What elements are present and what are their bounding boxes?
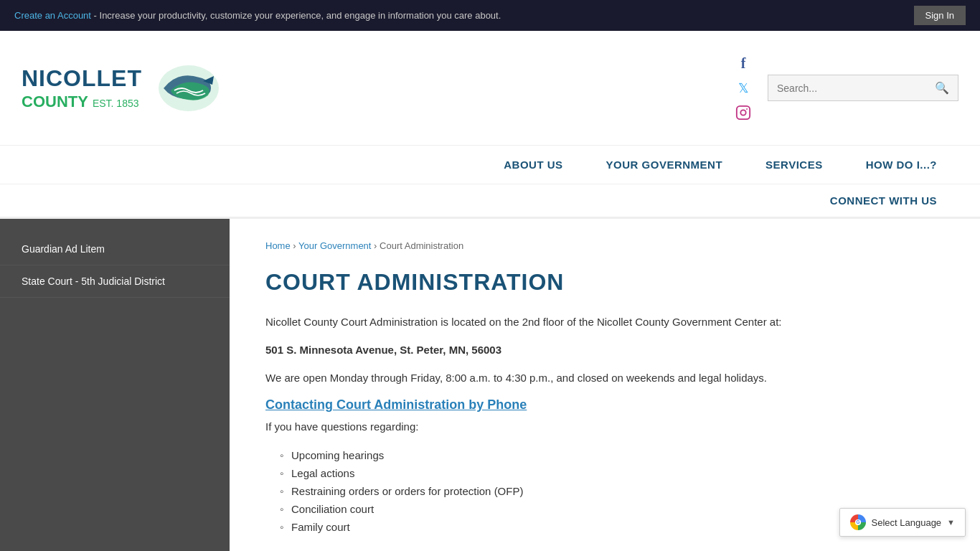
- list-item: Legal actions: [280, 464, 944, 482]
- nav-item-services[interactable]: SERVICES: [744, 146, 844, 184]
- translate-label: Select Language: [872, 517, 942, 528]
- nav-item-connect-with-us[interactable]: CONNECT WITH US: [809, 184, 958, 217]
- banner-text: - Increase your productivity, customize …: [91, 10, 501, 21]
- list-item: Restraining orders or orders for protect…: [280, 482, 944, 500]
- svg-point-3: [746, 108, 748, 110]
- nav-main: ABOUT US YOUR GOVERNMENT SERVICES HOW DO…: [0, 146, 980, 184]
- breadcrumb: Home › Your Government › Court Administr…: [265, 240, 944, 251]
- svg-text:G: G: [856, 519, 859, 524]
- translate-arrow-icon: ▼: [947, 518, 955, 527]
- header: NICOLLET COUNTY EST. 1853 f 𝕏: [0, 31, 980, 146]
- breadcrumb-your-government[interactable]: Your Government: [298, 240, 371, 251]
- intro-text: Nicollet County Court Administration is …: [265, 314, 944, 331]
- nav-item-how-do-i[interactable]: HOW DO I...?: [844, 146, 958, 184]
- svg-rect-1: [737, 105, 750, 118]
- header-right: f 𝕏 🔍: [733, 54, 958, 123]
- logo-text: NICOLLET COUNTY EST. 1853: [22, 65, 142, 111]
- nav-sub: CONNECT WITH US: [0, 184, 980, 217]
- search-button[interactable]: 🔍: [926, 75, 958, 100]
- logo-area: NICOLLET COUNTY EST. 1853: [22, 63, 221, 113]
- phone-section-title[interactable]: Contacting Court Administration by Phone: [265, 397, 944, 413]
- sidebar-item-state-court[interactable]: State Court - 5th Judicial District: [0, 265, 230, 298]
- nav-item-about-us[interactable]: ABOUT US: [482, 146, 584, 184]
- breadcrumb-sep1: ›: [293, 240, 296, 251]
- search-input[interactable]: [768, 75, 926, 100]
- social-icons: f 𝕏: [733, 54, 753, 123]
- sign-in-button[interactable]: Sign In: [914, 6, 966, 25]
- social-search: f 𝕏 🔍: [733, 54, 958, 123]
- logo-county: COUNTY: [22, 93, 88, 111]
- page-body: Nicollet County Court Administration is …: [265, 314, 944, 536]
- logo-est: EST. 1853: [93, 98, 139, 110]
- instagram-icon[interactable]: [733, 103, 753, 123]
- address-text: 501 S. Minnesota Avenue, St. Peter, MN, …: [265, 342, 944, 359]
- logo-nicollet: NICOLLET: [22, 65, 142, 92]
- nav-area: ABOUT US YOUR GOVERNMENT SERVICES HOW DO…: [0, 146, 980, 219]
- logo-icon: [149, 63, 221, 113]
- translate-widget[interactable]: G Select Language ▼: [839, 508, 966, 537]
- twitter-icon[interactable]: 𝕏: [733, 78, 753, 98]
- list-item: Upcoming hearings: [280, 446, 944, 464]
- create-account-link[interactable]: Create an Account: [14, 10, 91, 21]
- breadcrumb-current: Court Administration: [380, 240, 463, 251]
- questions-intro: If you have questions regarding:: [265, 418, 944, 435]
- sidebar: Guardian Ad Litem State Court - 5th Judi…: [0, 219, 230, 551]
- sidebar-item-guardian[interactable]: Guardian Ad Litem: [0, 233, 230, 265]
- banner-message: Create an Account - Increase your produc…: [14, 10, 501, 21]
- nav-item-your-government[interactable]: YOUR GOVERNMENT: [585, 146, 745, 184]
- breadcrumb-sep2: ›: [374, 240, 377, 251]
- facebook-icon[interactable]: f: [733, 54, 753, 74]
- svg-point-2: [740, 110, 745, 115]
- breadcrumb-home[interactable]: Home: [265, 240, 291, 251]
- google-g-icon: G: [850, 514, 866, 530]
- search-box: 🔍: [768, 75, 958, 101]
- main-content: Home › Your Government › Court Administr…: [230, 219, 980, 551]
- top-banner: Create an Account - Increase your produc…: [0, 0, 980, 31]
- page-title: COURT ADMINISTRATION: [265, 269, 944, 296]
- hours-text: We are open Monday through Friday, 8:00 …: [265, 369, 944, 387]
- content-wrapper: Guardian Ad Litem State Court - 5th Judi…: [0, 219, 980, 551]
